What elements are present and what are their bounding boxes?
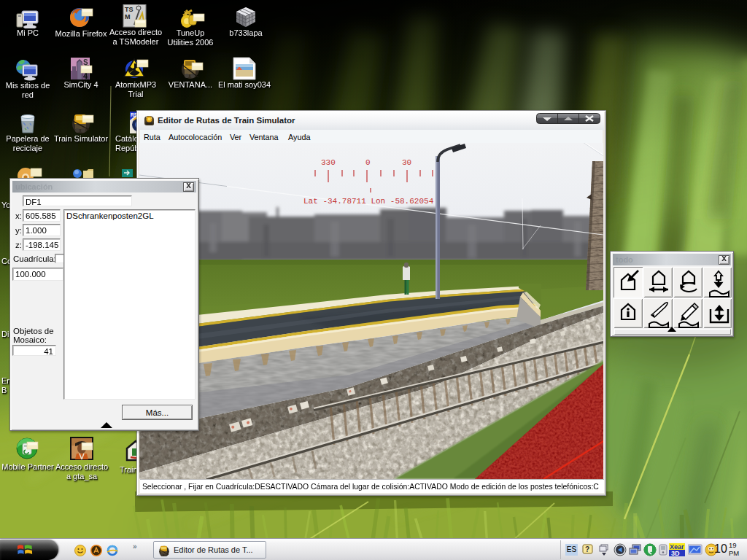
svg-text:330: 330 xyxy=(321,158,336,167)
svg-text:Lat -34.78711 Lon -58.62054: Lat -34.78711 Lon -58.62054 xyxy=(303,197,434,206)
svg-text:?: ? xyxy=(585,545,589,553)
svg-text:3D: 3D xyxy=(671,550,680,556)
svg-text:0: 0 xyxy=(365,158,371,167)
svg-text:30: 30 xyxy=(402,158,411,167)
